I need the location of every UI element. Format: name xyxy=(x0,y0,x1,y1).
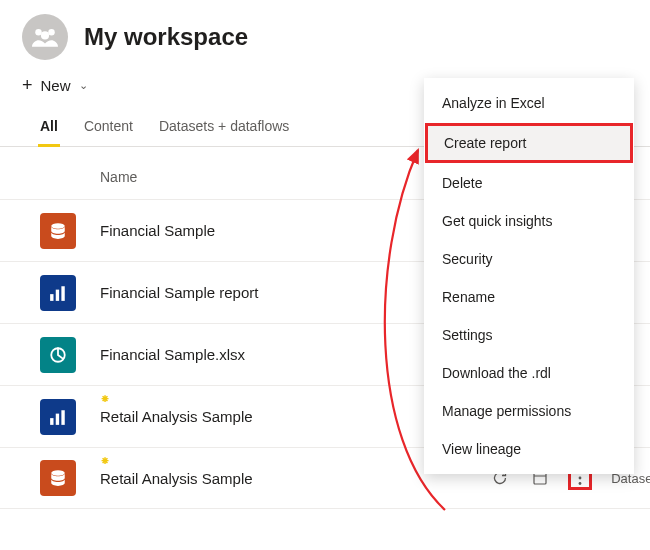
menu-download-rdl[interactable]: Download the .rdl xyxy=(424,354,634,392)
new-button[interactable]: + New ⌄ xyxy=(0,70,110,108)
workbook-icon xyxy=(40,337,76,373)
tab-content[interactable]: Content xyxy=(82,108,135,146)
chevron-down-icon: ⌄ xyxy=(79,79,88,92)
svg-rect-12 xyxy=(534,473,546,484)
svg-point-15 xyxy=(579,482,582,485)
svg-point-1 xyxy=(48,29,55,36)
menu-manage-permissions[interactable]: Manage permissions xyxy=(424,392,634,430)
menu-create-report[interactable]: Create report xyxy=(426,124,632,162)
tab-all[interactable]: All xyxy=(38,108,60,146)
svg-rect-10 xyxy=(61,410,64,425)
dataset-icon xyxy=(40,460,76,496)
new-button-label: New xyxy=(41,77,71,94)
report-icon xyxy=(40,275,76,311)
item-name: Retail Analysis Sample xyxy=(100,408,253,425)
plus-icon: + xyxy=(22,76,33,94)
svg-point-2 xyxy=(41,31,49,39)
workspace-header: My workspace xyxy=(0,0,650,70)
shared-spark-icon: ⁕ xyxy=(100,454,110,468)
menu-settings[interactable]: Settings xyxy=(424,316,634,354)
item-name: Financial Sample xyxy=(100,222,215,239)
menu-quick-insights[interactable]: Get quick insights xyxy=(424,202,634,240)
dataset-icon xyxy=(40,213,76,249)
context-menu: Analyze in Excel Create report Delete Ge… xyxy=(424,78,634,474)
svg-point-14 xyxy=(579,477,582,480)
item-name: Financial Sample.xlsx xyxy=(100,346,245,363)
menu-security[interactable]: Security xyxy=(424,240,634,278)
menu-delete[interactable]: Delete xyxy=(424,164,634,202)
workspace-avatar-icon xyxy=(22,14,68,60)
menu-view-lineage[interactable]: View lineage xyxy=(424,430,634,468)
svg-rect-5 xyxy=(56,289,59,300)
svg-point-11 xyxy=(51,470,65,476)
item-name: Retail Analysis Sample xyxy=(100,470,253,487)
item-name: Financial Sample report xyxy=(100,284,258,301)
svg-point-0 xyxy=(35,29,42,36)
svg-rect-8 xyxy=(50,418,53,425)
page-title: My workspace xyxy=(84,23,248,51)
shared-spark-icon: ⁕ xyxy=(100,392,110,406)
svg-point-3 xyxy=(51,223,65,229)
menu-analyze-excel[interactable]: Analyze in Excel xyxy=(424,84,634,122)
report-icon xyxy=(40,399,76,435)
svg-rect-4 xyxy=(50,294,53,301)
tab-datasets-dataflows[interactable]: Datasets + dataflows xyxy=(157,108,291,146)
menu-rename[interactable]: Rename xyxy=(424,278,634,316)
svg-rect-9 xyxy=(56,413,59,424)
svg-rect-6 xyxy=(61,286,64,301)
